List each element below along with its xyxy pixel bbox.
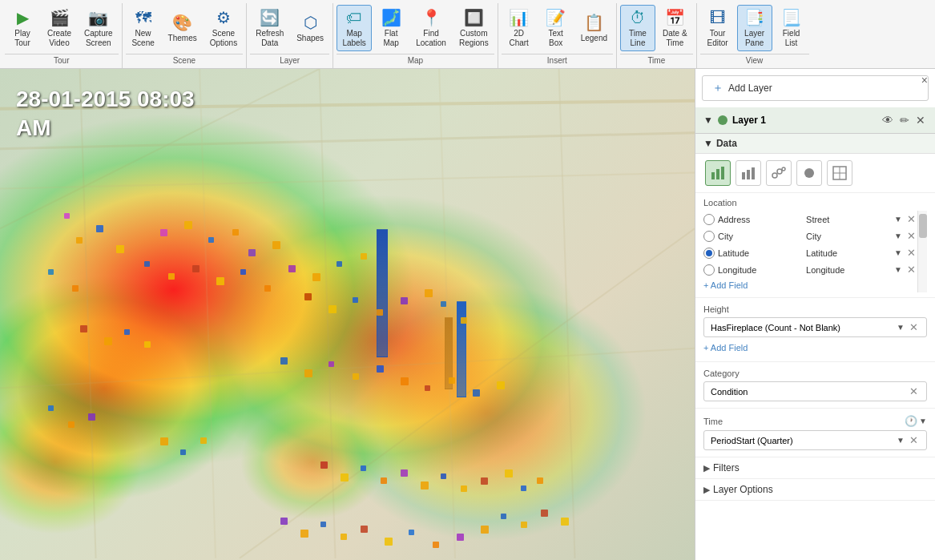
map-dot (320, 461, 328, 469)
category-remove-button[interactable]: ✕ (908, 385, 920, 397)
longitude-remove-button[interactable]: ✕ (905, 264, 917, 276)
map-dot (377, 309, 383, 316)
time-remove-button[interactable]: ✕ (908, 434, 920, 446)
svg-point-19 (782, 167, 785, 171)
legend-button[interactable]: 📋 Legend (575, 5, 613, 51)
map-dot (288, 265, 296, 272)
location-fields: Address Street ▼ ✕ City City ▼ ✕ (703, 211, 917, 292)
layer-visibility-icon[interactable]: 👁 (881, 112, 895, 128)
field-radio-address[interactable] (703, 214, 715, 225)
field-list-button[interactable]: 📃 Field List (774, 5, 809, 51)
layer-delete-icon[interactable]: ✕ (914, 112, 927, 128)
capture-screen-button[interactable]: 📷 Capture Screen (79, 5, 119, 51)
map-dot (328, 305, 337, 313)
capture-screen-icon: 📷 (88, 8, 108, 27)
layer-expand-arrow[interactable]: ▼ (703, 115, 713, 126)
themes-icon: 🎨 (172, 13, 192, 32)
map-dot (240, 269, 246, 275)
height-remove-button[interactable]: ✕ (908, 321, 920, 333)
layer-name: Layer 1 (732, 115, 766, 126)
filters-row[interactable]: ▶ Filters (695, 457, 935, 479)
main-content: 28-01-2015 08:03 AM × ＋ Add Layer ▼ Laye… (0, 69, 935, 560)
toolbar-buttons-map: 🏷 Map Labels 🗾 Flat Map 📍 Find Location … (337, 3, 494, 52)
tour-editor-button[interactable]: 🎞 Tour Editor (700, 5, 736, 51)
custom-regions-button[interactable]: 🔲 Custom Regions (453, 5, 494, 51)
city-remove-button[interactable]: ✕ (905, 230, 917, 242)
field-name-city: City (718, 232, 803, 241)
find-location-button[interactable]: 📍 Find Location (410, 5, 452, 51)
map-area[interactable]: 28-01-2015 08:03 AM (0, 69, 695, 560)
flat-map-button[interactable]: 🗾 Flat Map (373, 5, 409, 51)
location-add-field-row[interactable]: + Add Field (703, 278, 917, 292)
play-tour-button[interactable]: ▶ Play Tour (5, 5, 40, 51)
date-time-button[interactable]: 📅 Date & Time (657, 5, 693, 51)
field-row-city: City City ▼ ✕ (703, 228, 917, 244)
themes-button[interactable]: 🎨 Themes (163, 5, 203, 51)
data-type-scatter-icon[interactable] (766, 160, 792, 186)
map-labels-button[interactable]: 🏷 Map Labels (337, 5, 372, 51)
time-settings-arrow[interactable]: ▼ (919, 417, 927, 425)
new-scene-button[interactable]: 🗺 New Scene (126, 5, 161, 51)
layer-options-row[interactable]: ▶ Layer Options (695, 479, 935, 501)
create-video-button[interactable]: 🎬 Create Video (42, 5, 77, 51)
find-location-label: Find Location (416, 29, 446, 48)
scene-options-button[interactable]: ⚙ Scene Options (204, 5, 243, 51)
text-box-button[interactable]: 📝 Text Box (538, 5, 574, 51)
data-type-bar-icon[interactable] (705, 160, 731, 186)
data-type-cluster-icon[interactable] (736, 160, 761, 186)
map-dot (441, 301, 446, 307)
toolbar-group-time: ⏱ Time Line 📅 Date & Time Time (617, 3, 697, 68)
address-dropdown-arrow[interactable]: ▼ (894, 215, 902, 224)
shapes-button[interactable]: ⬡ Shapes (291, 5, 329, 51)
location-scrollbar[interactable] (917, 211, 927, 292)
field-radio-city[interactable] (703, 231, 715, 242)
date-time-label: Date & Time (663, 29, 687, 48)
capture-screen-label: Capture Screen (84, 29, 113, 48)
field-list-label: Field List (783, 29, 800, 48)
2d-chart-button[interactable]: 📊 2D Chart (502, 5, 537, 51)
toolbar-group-layer: 🔄 Refresh Data ⬡ Shapes Layer (247, 3, 333, 68)
panel-close-button[interactable]: × (917, 72, 932, 88)
latitude-remove-button[interactable]: ✕ (905, 247, 917, 259)
city-dropdown-arrow[interactable]: ▼ (894, 232, 902, 240)
new-scene-icon: 🗺 (135, 8, 151, 27)
map-dot (216, 277, 224, 285)
field-list-icon: 📃 (781, 8, 801, 27)
field-radio-latitude[interactable] (703, 248, 715, 259)
longitude-dropdown-arrow[interactable]: ▼ (894, 265, 902, 274)
field-radio-longitude[interactable] (703, 264, 715, 276)
height-add-field-row[interactable]: + Add Field (703, 340, 927, 355)
category-field-box[interactable]: Condition ✕ (703, 381, 927, 401)
layer-edit-icon[interactable]: ✏ (898, 112, 911, 128)
time-dropdown-arrow-inner[interactable]: ▼ (897, 436, 905, 445)
custom-regions-label: Custom Regions (459, 29, 489, 48)
map-dot (377, 365, 384, 373)
view-group-label: View (700, 54, 809, 68)
refresh-data-button[interactable]: 🔄 Refresh Data (250, 5, 289, 51)
time-group-label: Time (620, 54, 693, 68)
layer-pane-button[interactable]: 📑 Layer Pane (737, 5, 772, 51)
latitude-dropdown-arrow[interactable]: ▼ (894, 248, 902, 257)
data-type-region-icon[interactable] (827, 160, 852, 186)
flat-map-label: Flat Map (383, 29, 398, 48)
field-value-address: Street (806, 215, 891, 224)
map-dot (361, 526, 368, 533)
map-dot (521, 485, 526, 491)
data-type-dot-icon[interactable] (796, 160, 822, 186)
data-section-label: Data (716, 138, 737, 149)
address-remove-button[interactable]: ✕ (905, 213, 917, 225)
location-scrollbar-thumb (919, 214, 927, 238)
height-field-box[interactable]: HasFireplace (Count - Not Blank) ▼ ✕ (703, 317, 927, 337)
time-field-box[interactable]: PeriodStart (Quarter) ▼ ✕ (703, 430, 927, 450)
height-dropdown-arrow[interactable]: ▼ (897, 323, 905, 332)
time-line-button[interactable]: ⏱ Time Line (620, 5, 655, 51)
data-section-header[interactable]: ▼ Data (695, 134, 935, 154)
map-dot (72, 285, 79, 292)
map-dot (461, 485, 467, 492)
map-dot (264, 285, 271, 292)
toolbar-buttons-tour: ▶ Play Tour 🎬 Create Video 📷 Capture Scr… (5, 3, 119, 52)
map-dot (561, 518, 569, 526)
map-dot (441, 473, 446, 479)
add-layer-button[interactable]: ＋ Add Layer (702, 75, 929, 101)
time-clock-icon: 🕐 (905, 415, 917, 427)
